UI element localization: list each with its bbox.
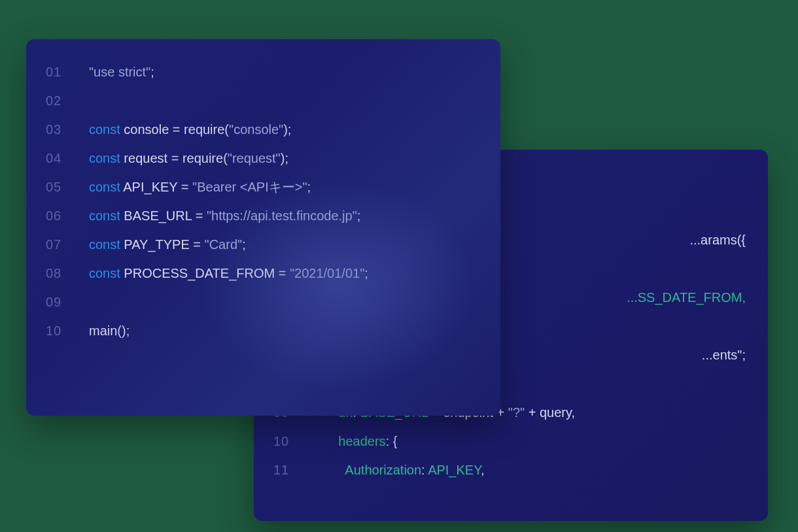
code-content: const console = require("console"); (89, 115, 291, 144)
token: "request" (228, 151, 281, 165)
code-line: 06const BASE_URL = "https://api.test.fin… (26, 201, 500, 230)
code-content: const PROCESS_DATE_FROM = "2021/01/01"; (89, 259, 368, 288)
token: const (89, 237, 124, 252)
stage: 010203...arams({0405...SS_DATE_FROM,0607… (0, 0, 798, 532)
token: ( (223, 151, 228, 165)
line-number: 08 (46, 259, 89, 288)
line-number: 06 (46, 201, 89, 230)
token: ; (307, 180, 311, 194)
code-content: const API_KEY = "Bearer <APIキー>"; (89, 173, 311, 201)
token: main (89, 324, 117, 338)
code-content: const BASE_URL = "https://api.test.finco… (89, 201, 360, 230)
line-number: 02 (46, 86, 89, 115)
code-line: 10 headers: { (254, 427, 768, 456)
code-line: 08const PROCESS_DATE_FROM = "2021/01/01"… (26, 259, 500, 288)
token: require (182, 151, 223, 165)
token: Authorization (345, 463, 421, 477)
token: ; (242, 237, 246, 252)
token: "?" (508, 405, 525, 420)
token: ; (150, 65, 154, 79)
line-number: 03 (46, 115, 89, 144)
token: PAY_TYPE (124, 237, 189, 252)
line-number: 09 (46, 288, 89, 316)
token: = (190, 237, 205, 252)
token: "console" (229, 122, 283, 137)
token: = (192, 208, 207, 223)
token: const (89, 151, 124, 165)
code-content: "use strict"; (89, 58, 154, 86)
line-number: 05 (46, 173, 89, 201)
token: API_KEY (428, 463, 481, 477)
token: = (275, 266, 290, 280)
token: ; (364, 266, 368, 280)
token: const (89, 122, 124, 137)
line-number: 10 (46, 316, 89, 345)
code-content: main(); (89, 316, 130, 345)
token: "2021/01/01" (290, 266, 364, 280)
token: ...arams({ (689, 233, 746, 247)
token: require (184, 122, 224, 137)
token: ; (357, 208, 361, 223)
code-line: 01"use strict"; (26, 58, 500, 86)
token: "https://api.test.fincode.jp" (207, 208, 357, 223)
token: headers (338, 434, 385, 448)
token: const (89, 180, 123, 194)
token: "Card" (205, 237, 243, 252)
token (317, 434, 338, 448)
token: PROCESS_DATE_FROM (124, 266, 275, 280)
line-number: 01 (46, 58, 89, 86)
token: request (124, 151, 167, 165)
token: "use strict" (89, 65, 150, 79)
code-line: 09 (26, 288, 500, 316)
token: ...ents"; (702, 348, 746, 362)
token (317, 463, 345, 477)
code-line: 05const API_KEY = "Bearer <APIキー>"; (26, 173, 500, 201)
code-panel-front: 01"use strict";0203const console = requi… (26, 39, 500, 416)
token: ); (281, 151, 288, 165)
line-number: 11 (273, 456, 317, 484)
code-line: 10main(); (26, 316, 500, 345)
code-line: 02 (26, 86, 500, 115)
code-content: headers: { (317, 427, 397, 456)
token: (); (117, 324, 130, 338)
token: console (124, 122, 169, 137)
token: + query, (525, 405, 575, 420)
token: API_KEY (123, 180, 177, 194)
code-line: 04const request = require("request"); (26, 144, 500, 173)
token: const (89, 208, 124, 223)
code-line: 11 Authorization: API_KEY, (254, 456, 768, 484)
token: BASE_URL (124, 208, 192, 223)
line-number: 07 (46, 230, 89, 259)
token: "Bearer <APIキー>" (192, 180, 307, 194)
code-content: Authorization: API_KEY, (317, 456, 485, 484)
token: = (169, 122, 184, 137)
token: : (421, 463, 428, 477)
token: : { (386, 434, 398, 448)
code-line: 03const console = require("console"); (26, 115, 500, 144)
token: = (167, 151, 182, 165)
code-line: 07const PAY_TYPE = "Card"; (26, 230, 500, 259)
line-number: 10 (273, 427, 317, 456)
token: ); (283, 122, 291, 137)
token: ...SS_DATE_FROM, (627, 290, 746, 305)
token: const (89, 266, 124, 280)
code-content: const PAY_TYPE = "Card"; (89, 230, 246, 259)
line-number: 04 (46, 144, 89, 173)
token: = (177, 180, 192, 194)
code-content: const request = require("request"); (89, 144, 288, 173)
token: , (481, 463, 485, 477)
